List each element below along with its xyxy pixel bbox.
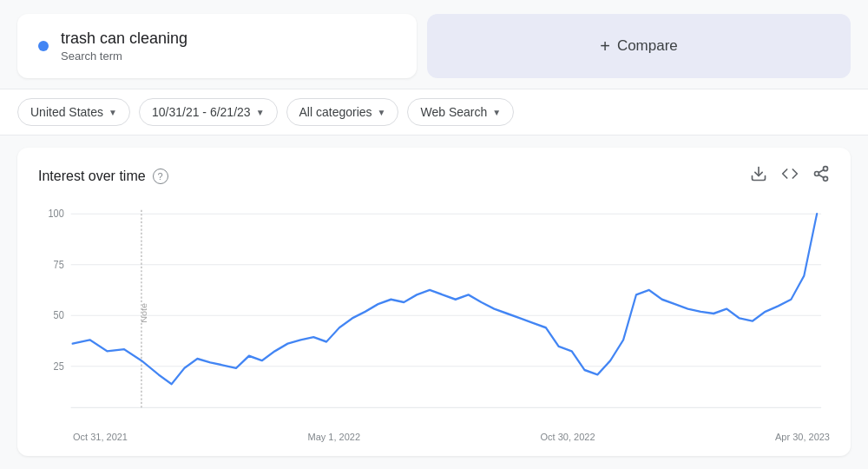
location-filter[interactable]: United States ▼ (17, 98, 130, 126)
filters-bar: United States ▼ 10/31/21 - 6/21/23 ▼ All… (0, 89, 868, 135)
svg-text:25: 25 (54, 361, 64, 373)
chart-title: Interest over time (38, 168, 146, 184)
search-type-arrow: ▼ (492, 108, 501, 117)
chart-header: Interest over time ? (38, 165, 830, 187)
location-arrow: ▼ (108, 108, 117, 117)
category-filter[interactable]: All categories ▼ (286, 98, 399, 126)
svg-line-5 (819, 169, 824, 172)
category-arrow: ▼ (378, 108, 386, 117)
chart-actions (750, 165, 830, 187)
chart-title-row: Interest over time ? (38, 168, 168, 184)
svg-line-4 (819, 175, 824, 177)
x-label-oct21: Oct 31, 2021 (73, 432, 128, 442)
compare-plus-icon: + (600, 36, 610, 56)
term-dot (38, 41, 49, 51)
x-label-may22: May 1, 2022 (307, 432, 360, 442)
date-range-arrow: ▼ (256, 108, 265, 117)
svg-text:50: 50 (54, 310, 64, 321)
share-icon[interactable] (812, 165, 830, 187)
search-term-sublabel: Search term (61, 50, 187, 63)
x-axis-labels: Oct 31, 2021 May 1, 2022 Oct 30, 2022 Ap… (38, 426, 830, 442)
embed-icon[interactable] (781, 165, 799, 187)
download-icon[interactable] (750, 165, 767, 187)
compare-label: Compare (617, 37, 678, 55)
svg-text:100: 100 (49, 208, 64, 220)
x-label-oct22: Oct 30, 2022 (541, 432, 595, 442)
search-type-label: Web Search (420, 105, 487, 119)
location-label: United States (30, 105, 103, 119)
x-label-apr23: Apr 30, 2023 (775, 432, 830, 442)
compare-card[interactable]: + Compare (427, 14, 851, 78)
trend-chart-svg: 100 75 50 25 Note (38, 201, 830, 426)
search-term-label: trash can cleaning (61, 30, 187, 48)
search-type-filter[interactable]: Web Search ▼ (407, 98, 514, 126)
category-label: All categories (299, 105, 372, 119)
date-range-filter[interactable]: 10/31/21 - 6/21/23 ▼ (139, 98, 278, 126)
help-icon[interactable]: ? (153, 168, 168, 184)
search-term-text: trash can cleaning Search term (61, 30, 187, 63)
chart-container: 100 75 50 25 Note (38, 201, 830, 426)
chart-section: Interest over time ? (17, 148, 851, 456)
top-section: trash can cleaning Search term + Compare (0, 0, 868, 89)
date-range-label: 10/31/21 - 6/21/23 (152, 105, 251, 119)
svg-text:75: 75 (54, 260, 64, 271)
search-term-card: trash can cleaning Search term (17, 14, 417, 78)
svg-text:Note: Note (139, 303, 148, 323)
